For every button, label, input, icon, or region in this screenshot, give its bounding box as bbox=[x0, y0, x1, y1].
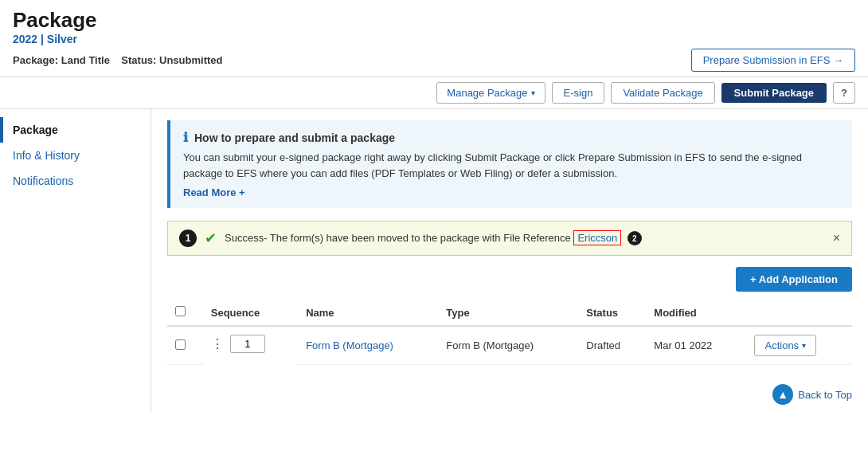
applications-table: Sequence Name Type Status Modified bbox=[167, 300, 852, 365]
back-to-top-row: ▲ Back to Top bbox=[151, 376, 868, 413]
table-header: Sequence Name Type Status Modified bbox=[167, 300, 852, 326]
manage-package-button[interactable]: Manage Package ▾ bbox=[436, 82, 545, 104]
status-value: Unsubmitted bbox=[159, 54, 222, 66]
header-row2: Package: Land Title Status: Unsubmitted … bbox=[13, 49, 855, 72]
content: ℹ How to prepare and submit a package Yo… bbox=[151, 109, 868, 376]
row-checkbox[interactable] bbox=[175, 339, 186, 350]
row-status-cell: Drafted bbox=[578, 326, 646, 365]
row-sequence-cell: ⋮ bbox=[203, 327, 298, 361]
row-modified-cell: Mar 01 2022 bbox=[646, 326, 746, 365]
close-banner-button[interactable]: × bbox=[833, 231, 840, 245]
page-title: Package bbox=[13, 8, 855, 33]
info-box-body: You can submit your e-signed package rig… bbox=[183, 150, 839, 181]
help-button[interactable]: ? bbox=[833, 82, 855, 104]
success-message-before: Success- The form(s) have been moved to … bbox=[225, 232, 571, 244]
col-checkbox bbox=[167, 300, 203, 326]
info-box-header: ℹ How to prepare and submit a package bbox=[183, 130, 839, 145]
main-layout: Package Info & History Notifications ℹ H… bbox=[0, 109, 868, 413]
success-banner: 1 ✔ Success- The form(s) have been moved… bbox=[167, 221, 852, 256]
col-sequence: Sequence bbox=[203, 300, 298, 326]
back-to-top-label: Back to Top bbox=[798, 389, 852, 401]
submit-package-button[interactable]: Submit Package bbox=[721, 83, 827, 103]
row-checkbox-cell bbox=[167, 326, 203, 365]
package-value: Land Title bbox=[61, 54, 110, 66]
add-application-row: + Add Application bbox=[167, 267, 852, 292]
chevron-down-icon: ▾ bbox=[531, 88, 535, 97]
content-area: ℹ How to prepare and submit a package Yo… bbox=[151, 109, 868, 413]
validate-package-button[interactable]: Validate Package bbox=[611, 82, 714, 104]
row-actions-cell: Actions ▾ bbox=[746, 326, 852, 365]
back-to-top-button[interactable]: ▲ Back to Top bbox=[772, 384, 852, 405]
actions-button[interactable]: Actions ▾ bbox=[754, 335, 816, 356]
col-type: Type bbox=[438, 300, 578, 326]
actions-label: Actions bbox=[764, 339, 799, 351]
sidebar-item-package-label: Package bbox=[13, 124, 58, 136]
sidebar-item-info-history-label: Info & History bbox=[13, 149, 80, 162]
file-ref-link[interactable]: Ericcson bbox=[573, 230, 621, 245]
table-body: ⋮ Form B (Mortgage) Form B (Mortgage) Dr… bbox=[167, 326, 852, 365]
esign-button[interactable]: E-sign bbox=[552, 82, 605, 104]
sidebar-item-notifications-label: Notifications bbox=[13, 175, 73, 187]
actions-chevron-icon: ▾ bbox=[802, 341, 806, 350]
package-label: Package: bbox=[13, 54, 58, 66]
success-text: Success- The form(s) have been moved to … bbox=[225, 231, 642, 245]
package-status: Package: Land Title Status: Unsubmitted bbox=[13, 54, 222, 66]
back-to-top-icon: ▲ bbox=[772, 384, 793, 405]
manage-package-label: Manage Package bbox=[447, 87, 527, 99]
success-left: 1 ✔ Success- The form(s) have been moved… bbox=[179, 230, 642, 247]
col-modified: Modified bbox=[646, 300, 746, 326]
reorder-icon[interactable]: ⋮ bbox=[211, 336, 224, 351]
sidebar: Package Info & History Notifications bbox=[0, 109, 151, 413]
row-name-cell: Form B (Mortgage) bbox=[298, 326, 438, 365]
top-header: Package 2022 | Silver Package: Land Titl… bbox=[0, 0, 868, 77]
read-more-link[interactable]: Read More + bbox=[183, 186, 245, 198]
sidebar-item-notifications[interactable]: Notifications bbox=[0, 168, 151, 194]
col-name: Name bbox=[298, 300, 438, 326]
info-box-title: How to prepare and submit a package bbox=[194, 131, 395, 144]
badge-1: 1 bbox=[179, 230, 197, 247]
check-icon: ✔ bbox=[205, 230, 217, 247]
header-actions: Prepare Submission in EFS → bbox=[691, 49, 855, 72]
col-status: Status bbox=[578, 300, 646, 326]
row-type-cell: Form B (Mortgage) bbox=[438, 326, 578, 365]
sequence-input[interactable] bbox=[230, 335, 265, 353]
table-row: ⋮ Form B (Mortgage) Form B (Mortgage) Dr… bbox=[167, 326, 852, 365]
select-all-checkbox[interactable] bbox=[175, 306, 186, 316]
info-icon: ℹ bbox=[183, 130, 188, 145]
badge-2: 2 bbox=[628, 231, 642, 245]
prepare-submission-button[interactable]: Prepare Submission in EFS → bbox=[691, 49, 855, 72]
status-label: Status: bbox=[121, 54, 156, 66]
form-name-link[interactable]: Form B (Mortgage) bbox=[306, 339, 393, 351]
info-box: ℹ How to prepare and submit a package Yo… bbox=[167, 120, 852, 208]
sidebar-item-info-history[interactable]: Info & History bbox=[0, 143, 151, 168]
col-actions-header bbox=[746, 300, 852, 326]
top-bar: Manage Package ▾ E-sign Validate Package… bbox=[0, 77, 868, 109]
add-application-button[interactable]: + Add Application bbox=[736, 267, 852, 292]
sidebar-item-package[interactable]: Package bbox=[0, 117, 151, 143]
page-subtitle: 2022 | Silver bbox=[13, 33, 855, 45]
up-arrow-icon: ▲ bbox=[777, 388, 788, 401]
